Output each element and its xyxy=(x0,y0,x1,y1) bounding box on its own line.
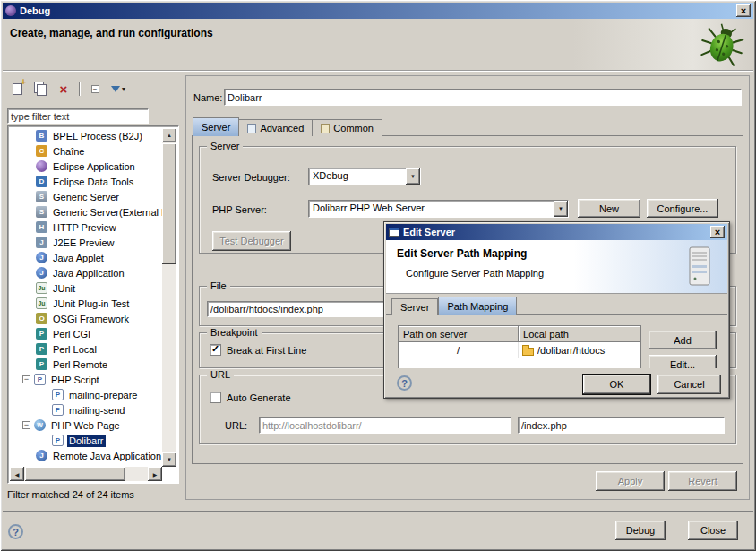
dialog-help-icon[interactable] xyxy=(397,375,412,391)
tree-item-junit[interactable]: JUnit xyxy=(10,280,162,296)
collapse-all-icon xyxy=(91,85,99,93)
help-icon[interactable] xyxy=(8,524,23,539)
config-tree: BPEL Process (B2J)ChaîneEclipse Applicat… xyxy=(10,128,162,467)
debug-button[interactable]: Debug xyxy=(615,521,666,540)
ok-button[interactable]: OK xyxy=(583,375,650,394)
dialog-window-icon xyxy=(389,228,399,237)
tree-item-java-applet[interactable]: Java Applet xyxy=(10,250,162,265)
tree-item-label: Perl Remote xyxy=(51,358,109,371)
server-icon xyxy=(36,206,47,218)
twisty-spacer xyxy=(22,253,32,263)
scroll-left-icon[interactable] xyxy=(10,467,24,481)
tree-item-dolibarr[interactable]: Dolibarr xyxy=(10,433,162,448)
add-button[interactable]: Add xyxy=(649,331,717,349)
folder-icon xyxy=(522,348,534,356)
perl-icon xyxy=(36,328,47,340)
common-tab-icon xyxy=(321,124,330,133)
php-web-icon xyxy=(34,419,46,431)
scroll-up-icon[interactable] xyxy=(162,128,176,142)
twisty-spacer xyxy=(22,451,32,461)
tree-item-generic-server-external-la[interactable]: Generic Server(External La xyxy=(10,204,162,220)
scroll-down-icon[interactable] xyxy=(162,452,176,467)
collapse-toggle-icon[interactable] xyxy=(22,421,30,429)
junit-plugin-icon xyxy=(36,297,47,309)
data-tools-icon xyxy=(36,176,47,187)
tree-item-generic-server[interactable]: Generic Server xyxy=(10,189,162,204)
tree-item-label: Perl Local xyxy=(51,343,99,356)
twisty-spacer xyxy=(39,405,48,415)
tree-item-remote-java-application[interactable]: Remote Java Application xyxy=(10,448,162,463)
tree-item-label: mailing-prepare xyxy=(67,389,139,401)
osgi-icon xyxy=(36,313,47,324)
collapse-toggle-icon[interactable] xyxy=(22,375,30,383)
bug-icon xyxy=(700,22,744,68)
tree-item-osgi-framework[interactable]: OSGi Framework xyxy=(10,311,162,326)
close-button[interactable]: Close xyxy=(688,521,738,540)
twisty-spacer xyxy=(22,268,32,278)
tree-item-eclipse-data-tools[interactable]: Eclipse Data Tools xyxy=(10,174,162,189)
collapse-all-button[interactable] xyxy=(87,81,103,97)
tree-item-perl-local[interactable]: Perl Local xyxy=(10,341,162,357)
dialog-title: Edit Server xyxy=(403,227,707,237)
java-app-icon xyxy=(36,267,47,279)
titlebar[interactable]: Debug xyxy=(3,3,753,19)
mapping-row[interactable]: //dolibarr/htdocs xyxy=(399,342,640,358)
chain-icon xyxy=(36,145,47,157)
tree-item-label: BPEL Process (B2J) xyxy=(51,130,144,142)
twisty-spacer xyxy=(22,237,32,247)
revert-button: Revert xyxy=(668,471,737,491)
vscroll-thumb[interactable] xyxy=(162,143,176,264)
local-path-header[interactable]: Local path xyxy=(519,326,640,342)
cancel-button[interactable]: Cancel xyxy=(657,375,721,394)
tree-item-php-script[interactable]: PHP Script xyxy=(10,372,162,387)
tree-item-http-preview[interactable]: HTTP Preview xyxy=(10,220,162,235)
name-input[interactable] xyxy=(224,89,742,106)
dialog-subheading: Configure Server Path Mapping xyxy=(406,268,544,279)
tree-item-php-web-page[interactable]: PHP Web Page xyxy=(10,418,162,433)
tree-item-mailing-send[interactable]: mailing-send xyxy=(10,402,162,418)
tree-item-cha-ne[interactable]: Chaîne xyxy=(10,143,162,159)
tree-item-junit-plug-in-test[interactable]: JUnit Plug-in Test xyxy=(10,296,162,311)
close-window-icon[interactable] xyxy=(736,4,751,17)
tree-item-eclipse-application[interactable]: Eclipse Application xyxy=(10,159,162,174)
tree-item-label: Perl CGI xyxy=(51,328,92,340)
tree-item-j2ee-preview[interactable]: J2EE Preview xyxy=(10,235,162,250)
tab-common[interactable]: Common xyxy=(313,119,382,136)
twisty-spacer xyxy=(39,435,48,445)
tree-item-perl-remote[interactable]: Perl Remote xyxy=(10,357,162,372)
dialog-tab-path-mapping[interactable]: Path Mapping xyxy=(438,297,517,315)
path-on-server-cell: / xyxy=(399,342,519,358)
new-configuration-button[interactable] xyxy=(9,81,25,97)
tree-item-mailing-prepare[interactable]: mailing-prepare xyxy=(10,387,162,402)
mapping-table-body: //dolibarr/htdocs xyxy=(399,342,640,368)
dialog-tab-server[interactable]: Server xyxy=(391,298,438,315)
duplicate-button[interactable] xyxy=(32,81,48,97)
dialog-button-bar: OK Cancel xyxy=(386,368,727,396)
main-tabstrip: Server Advanced Common xyxy=(193,117,382,136)
bpel-icon xyxy=(36,130,47,142)
tree-item-label: Chaîne xyxy=(51,145,86,158)
delete-button[interactable] xyxy=(56,81,72,97)
tree-item-perl-cgi[interactable]: Perl CGI xyxy=(10,326,162,341)
dialog-titlebar[interactable]: Edit Server xyxy=(386,224,727,240)
filter-input[interactable] xyxy=(7,108,149,124)
perl-icon xyxy=(36,343,47,355)
vertical-scrollbar[interactable] xyxy=(162,128,176,467)
horizontal-scrollbar[interactable] xyxy=(10,467,162,481)
twisty-spacer xyxy=(22,283,32,293)
filter-button[interactable] xyxy=(110,81,126,97)
dialog-close-icon[interactable] xyxy=(710,226,725,238)
tab-server[interactable]: Server xyxy=(193,117,239,136)
hscroll-thumb[interactable] xyxy=(25,467,125,481)
tree-item-bpel-process-b2j-[interactable]: BPEL Process (B2J) xyxy=(10,128,162,143)
tree-item-label: mailing-send xyxy=(67,404,126,417)
tree-item-java-application[interactable]: Java Application xyxy=(10,265,162,280)
window-icon xyxy=(5,5,16,16)
php-script-icon xyxy=(34,374,46,385)
tab-advanced[interactable]: Advanced xyxy=(239,119,313,136)
local-path-cell: /dolibarr/htdocs xyxy=(519,342,640,358)
scroll-right-icon[interactable] xyxy=(148,467,162,481)
edit-button[interactable]: Edit... xyxy=(649,355,717,368)
path-on-server-header[interactable]: Path on server xyxy=(399,326,519,342)
perl-icon xyxy=(36,358,47,370)
